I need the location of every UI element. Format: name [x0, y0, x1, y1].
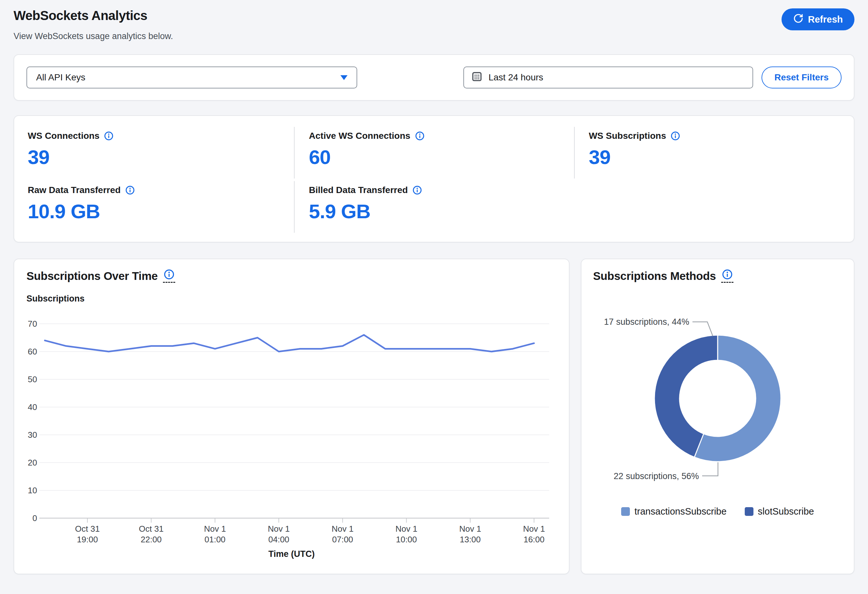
stat-billed-data-transferred: Billed Data Transferred 5.9 GB — [294, 180, 574, 234]
stat-raw-data-transferred: Raw Data Transferred 10.9 GB — [14, 180, 294, 234]
stat-ws-subscriptions: WS Subscriptions 39 — [574, 126, 854, 180]
donut-annotation-56: 22 subscriptions, 56% — [614, 471, 699, 481]
calendar-icon — [471, 71, 483, 84]
subscriptions-donut-chart: 17 subscriptions, 44% 22 subscriptions, … — [595, 292, 840, 498]
donut-chart-title: Subscriptions Methods — [593, 270, 716, 282]
legend-swatch-slotSubscribe — [745, 507, 753, 516]
svg-text:20: 20 — [28, 458, 37, 467]
svg-text:Oct 31: Oct 31 — [139, 524, 164, 533]
line-chart-x-axis-title: Time (UTC) — [27, 549, 557, 559]
info-icon[interactable] — [415, 131, 425, 141]
refresh-label: Refresh — [808, 14, 843, 25]
stat-empty-cell — [574, 180, 854, 234]
stat-label: Raw Data Transferred — [28, 185, 121, 195]
line-chart-info-tooltip[interactable] — [163, 269, 175, 283]
info-icon — [722, 269, 733, 280]
svg-text:Nov 1: Nov 1 — [396, 524, 418, 533]
legend-label: transactionsSubscribe — [635, 506, 726, 517]
chevron-down-icon — [340, 75, 347, 80]
filters-card: All API Keys Last 24 hours Reset Filters — [13, 54, 855, 101]
svg-text:Nov 1: Nov 1 — [204, 524, 226, 533]
line-chart-title: Subscriptions Over Time — [27, 270, 158, 282]
websockets-analytics-page: WebSockets Analytics View WebSockets usa… — [0, 0, 868, 594]
legend-swatch-transactionsSubscribe — [621, 507, 630, 516]
annotation-leader-top — [692, 322, 713, 336]
legend-item-transactionsSubscribe[interactable]: transactionsSubscribe — [621, 506, 726, 517]
info-icon[interactable] — [125, 185, 135, 195]
reset-filters-button[interactable]: Reset Filters — [762, 66, 841, 89]
svg-text:Nov 1: Nov 1 — [523, 524, 545, 533]
svg-text:01:00: 01:00 — [205, 535, 226, 544]
page-heading-block: WebSockets Analytics View WebSockets usa… — [13, 8, 173, 41]
page-title: WebSockets Analytics — [13, 8, 173, 23]
svg-text:30: 30 — [28, 430, 37, 440]
svg-text:19:00: 19:00 — [77, 535, 98, 544]
stat-value: 5.9 GB — [309, 200, 567, 223]
stat-ws-connections: WS Connections 39 — [14, 126, 294, 180]
date-range-value: Last 24 hours — [489, 72, 543, 83]
stat-label: Active WS Connections — [309, 131, 410, 141]
stat-label: WS Subscriptions — [589, 131, 666, 141]
svg-text:10: 10 — [28, 486, 37, 495]
svg-text:Nov 1: Nov 1 — [332, 524, 354, 533]
stat-value: 10.9 GB — [28, 200, 288, 223]
date-range-input[interactable]: Last 24 hours — [464, 66, 753, 89]
refresh-icon — [793, 13, 803, 26]
page-subtitle: View WebSockets usage analytics below. — [13, 31, 173, 41]
svg-text:Nov 1: Nov 1 — [459, 524, 481, 533]
stats-grid: WS Connections 39 Active WS Connections … — [14, 126, 854, 234]
line-chart-y-axis-title: Subscriptions — [27, 294, 557, 304]
svg-text:07:00: 07:00 — [332, 535, 353, 544]
legend-label: slotSubscribe — [758, 506, 814, 517]
subscriptions-methods-card: Subscriptions Methods 17 subscriptions, … — [581, 259, 855, 574]
svg-text:16:00: 16:00 — [523, 535, 544, 544]
svg-text:22:00: 22:00 — [141, 535, 162, 544]
charts-row: Subscriptions Over Time Subscriptions 01… — [13, 259, 855, 574]
svg-text:60: 60 — [28, 347, 37, 356]
stat-value: 60 — [309, 146, 567, 168]
info-icon[interactable] — [412, 185, 422, 195]
svg-text:10:00: 10:00 — [396, 535, 417, 544]
info-icon[interactable] — [670, 131, 680, 141]
filters-right-group: Last 24 hours Reset Filters — [464, 66, 841, 89]
svg-text:Nov 1: Nov 1 — [268, 524, 290, 533]
annotation-leader-bottom — [702, 462, 718, 476]
svg-text:Oct 31: Oct 31 — [75, 524, 100, 533]
legend-item-slotSubscribe[interactable]: slotSubscribe — [745, 506, 814, 517]
info-icon — [164, 269, 174, 280]
stat-value: 39 — [28, 146, 288, 168]
subscriptions-line-chart: 010203040506070Oct 3119:00Oct 3122:00Nov… — [27, 311, 557, 545]
stat-label: Billed Data Transferred — [309, 185, 408, 195]
api-key-select-value: All API Keys — [36, 72, 86, 83]
refresh-button[interactable]: Refresh — [781, 8, 855, 30]
stat-active-ws-connections: Active WS Connections 60 — [294, 126, 574, 180]
svg-text:04:00: 04:00 — [269, 535, 289, 544]
stat-value: 39 — [589, 146, 847, 168]
info-icon[interactable] — [104, 131, 114, 141]
svg-text:40: 40 — [28, 402, 37, 412]
svg-text:70: 70 — [28, 319, 37, 329]
subscriptions-over-time-card: Subscriptions Over Time Subscriptions 01… — [13, 259, 570, 574]
svg-text:50: 50 — [28, 374, 37, 384]
donut-chart-area: 17 subscriptions, 44% 22 subscriptions, … — [593, 292, 842, 498]
stats-card: WS Connections 39 Active WS Connections … — [13, 115, 855, 242]
donut-chart-info-tooltip[interactable] — [721, 269, 734, 283]
svg-text:13:00: 13:00 — [460, 535, 481, 544]
stat-label: WS Connections — [28, 131, 99, 141]
donut-annotation-44: 17 subscriptions, 44% — [604, 317, 689, 327]
svg-text:0: 0 — [32, 513, 37, 523]
page-header: WebSockets Analytics View WebSockets usa… — [13, 8, 855, 41]
donut-legend: transactionsSubscribe slotSubscribe — [593, 506, 842, 517]
api-key-select[interactable]: All API Keys — [27, 66, 357, 89]
